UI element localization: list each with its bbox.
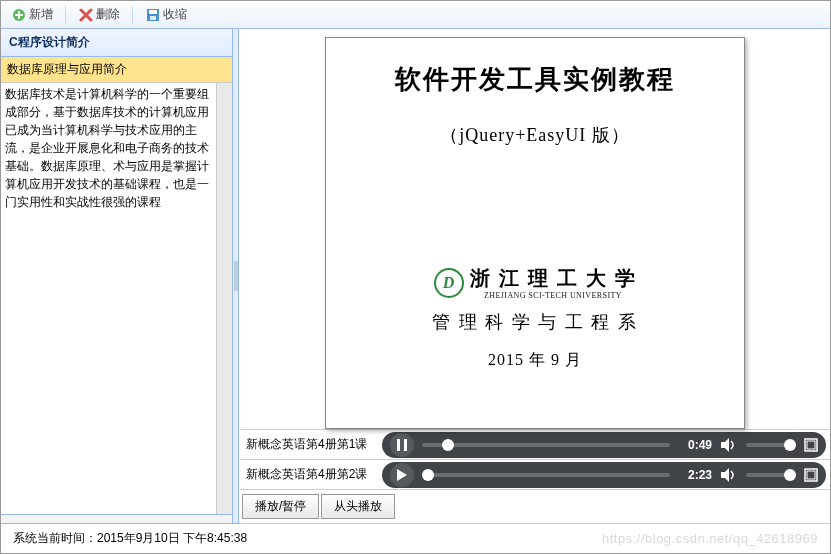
media-label: 新概念英语第4册第1课	[240, 436, 382, 453]
add-button[interactable]: 新增	[5, 4, 59, 25]
svg-marker-11	[397, 469, 407, 481]
svg-rect-4	[149, 10, 157, 14]
left-sub-header[interactable]: 数据库原理与应用简介	[1, 57, 232, 83]
delete-button[interactable]: 删除	[72, 4, 126, 25]
collapse-button[interactable]: 收缩	[139, 4, 193, 25]
delete-icon	[78, 7, 94, 23]
svg-rect-5	[150, 16, 156, 20]
toolbar: 新增 删除 收缩	[1, 1, 830, 29]
play-pause-button[interactable]: 播放/暂停	[242, 494, 319, 519]
seek-track[interactable]	[422, 443, 670, 447]
status-time: 系统当前时间：2015年9月10日 下午8:45:38	[13, 530, 247, 547]
media-area: 新概念英语第4册第1课 0:49 新概念英语第	[240, 429, 830, 524]
right-panel: 软件开发工具实例教程 （jQuery+EasyUI 版） D 浙 江 理 工 大…	[239, 29, 830, 523]
play-icon	[397, 469, 407, 481]
university-name-en: ZHEJIANG SCI-TECH UNIVERSITY	[470, 291, 637, 300]
media-controls: 播放/暂停 从头播放	[240, 489, 830, 524]
add-icon	[11, 7, 27, 23]
media-label: 新概念英语第4册第2课	[240, 466, 382, 483]
svg-rect-7	[404, 439, 407, 451]
time-display: 0:49	[678, 438, 712, 452]
delete-label: 删除	[96, 6, 120, 23]
pause-icon	[397, 439, 407, 451]
toolbar-separator	[65, 6, 66, 24]
left-footer	[1, 514, 232, 523]
svg-rect-6	[397, 439, 400, 451]
volume-track[interactable]	[746, 443, 796, 447]
audio-player: 0:49	[382, 432, 826, 458]
left-panel: C程序设计简介 数据库原理与应用简介 数据库技术是计算机科学的一个重要组成部分，…	[1, 29, 233, 523]
fullscreen-icon[interactable]	[804, 468, 818, 482]
toolbar-separator	[132, 6, 133, 24]
watermark-text: https://blog.csdn.net/qq_42618969	[602, 531, 818, 546]
svg-rect-10	[807, 441, 815, 449]
audio-player: 2:23	[382, 462, 826, 488]
media-row: 新概念英语第4册第1课 0:49	[240, 429, 830, 459]
svg-marker-8	[721, 438, 729, 452]
media-row: 新概念英语第4册第2课 2:23	[240, 459, 830, 489]
svg-marker-12	[721, 468, 729, 482]
svg-rect-14	[807, 471, 815, 479]
doc-title: 软件开发工具实例教程	[346, 62, 724, 97]
seek-track[interactable]	[422, 473, 670, 477]
volume-icon[interactable]	[720, 468, 738, 482]
restart-button[interactable]: 从头播放	[321, 494, 395, 519]
doc-subtitle: （jQuery+EasyUI 版）	[346, 123, 724, 147]
svg-rect-2	[15, 14, 23, 16]
fullscreen-icon[interactable]	[804, 438, 818, 452]
doc-date: 2015 年 9 月	[346, 350, 724, 371]
document-viewer: 软件开发工具实例教程 （jQuery+EasyUI 版） D 浙 江 理 工 大…	[240, 29, 830, 429]
volume-track[interactable]	[746, 473, 796, 477]
save-icon	[145, 7, 161, 23]
left-scrollbar[interactable]	[216, 83, 232, 514]
left-panel-header: C程序设计简介	[1, 29, 232, 57]
main-area: C程序设计简介 数据库原理与应用简介 数据库技术是计算机科学的一个重要组成部分，…	[1, 29, 830, 523]
document-page: 软件开发工具实例教程 （jQuery+EasyUI 版） D 浙 江 理 工 大…	[325, 37, 745, 429]
status-bar: 系统当前时间：2015年9月10日 下午8:45:38 https://blog…	[1, 523, 830, 553]
pause-button[interactable]	[390, 433, 414, 457]
university-name: 浙 江 理 工 大 学	[470, 265, 637, 292]
volume-icon[interactable]	[720, 438, 738, 452]
play-button[interactable]	[390, 463, 414, 487]
left-body-text: 数据库技术是计算机科学的一个重要组成部分，基于数据库技术的计算机应用已成为当计算…	[1, 83, 216, 514]
university-logo-icon: D	[434, 268, 464, 298]
collapse-label: 收缩	[163, 6, 187, 23]
add-label: 新增	[29, 6, 53, 23]
department-name: 管 理 科 学 与 工 程 系	[346, 310, 724, 334]
time-display: 2:23	[678, 468, 712, 482]
